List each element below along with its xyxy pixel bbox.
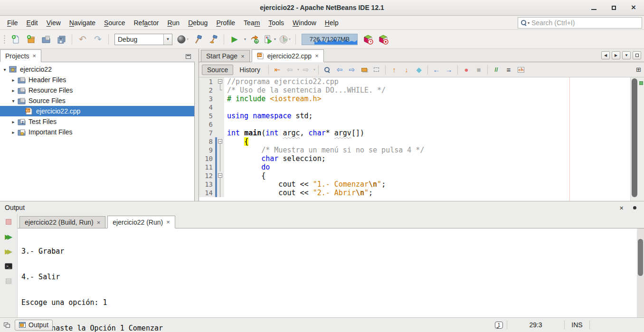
chevron-down-icon[interactable]: ▾ xyxy=(10,98,16,104)
code-line[interactable]: 1−//programa ejercicio22.cpp xyxy=(199,77,630,86)
minimize-panel-icon[interactable] xyxy=(186,54,191,59)
profiler-stop-button[interactable] xyxy=(377,33,390,46)
tab-start-page[interactable]: Start Page × xyxy=(201,50,250,62)
line-number[interactable]: 11 xyxy=(199,163,215,171)
shift-right-button[interactable]: → xyxy=(443,64,455,76)
line-number[interactable]: 3 xyxy=(199,95,215,103)
error-stripe[interactable] xyxy=(638,77,644,201)
menu-run[interactable]: Run xyxy=(163,17,184,28)
fold-margin[interactable]: − xyxy=(217,77,224,86)
output-toggle-button[interactable]: Output xyxy=(15,320,53,331)
run-project-button[interactable]: ▶ xyxy=(228,33,241,46)
fold-margin[interactable] xyxy=(217,189,224,197)
tab-close-icon[interactable]: × xyxy=(315,52,319,59)
tree-item-source-files[interactable]: ▾ Source Files xyxy=(0,95,194,106)
code-line[interactable]: 5using namespace std; xyxy=(199,112,630,120)
line-number[interactable]: 1 xyxy=(199,77,215,86)
panel-menu-dot-icon[interactable] xyxy=(633,206,636,209)
back-button[interactable]: ⇦ xyxy=(284,64,295,76)
tree-item-ejercicio22[interactable]: ▾ ejercicio22 xyxy=(0,64,194,75)
dock-panel-icon[interactable] xyxy=(4,323,10,328)
line-number[interactable]: 5 xyxy=(199,112,215,120)
stop-macro-recording-button[interactable]: ■ xyxy=(473,64,484,76)
rerun-button[interactable]: ▶▶ xyxy=(3,231,14,242)
find-previous-button[interactable]: ⇦ xyxy=(334,64,345,76)
menu-debug[interactable]: Debug xyxy=(184,17,212,28)
code-line[interactable]: 10 char seleccion; xyxy=(199,154,630,163)
memory-meter[interactable]: 726.7/1207MB xyxy=(302,34,358,45)
line-number[interactable]: 2 xyxy=(199,86,215,95)
maximize-window-icon[interactable] xyxy=(633,51,641,59)
undo-button[interactable]: ↶ xyxy=(76,33,89,46)
scroll-tabs-left-icon[interactable]: ◀ xyxy=(601,51,610,59)
history-view-button[interactable]: History xyxy=(234,65,265,75)
stop-run-button[interactable] xyxy=(3,217,14,227)
configuration-combobox[interactable]: Debug ▼ xyxy=(114,34,172,45)
code-line[interactable]: 2/* Uso de la sentencia DO...WHILE. */ xyxy=(199,86,630,95)
code-line[interactable]: 11 do xyxy=(199,163,630,171)
fold-margin[interactable] xyxy=(217,120,224,129)
code-editor[interactable]: 1−//programa ejercicio22.cpp2/* Uso de l… xyxy=(199,77,644,201)
shift-left-button[interactable]: ← xyxy=(431,64,442,76)
minimize-window-icon[interactable] xyxy=(590,4,597,11)
code-text[interactable]: do xyxy=(224,163,270,171)
previous-bookmark-button[interactable]: ↑ xyxy=(388,64,400,76)
editor-scrollbar[interactable] xyxy=(630,77,638,201)
debug-project-button[interactable] xyxy=(248,33,261,46)
code-lines[interactable]: 1−//programa ejercicio22.cpp2/* Uso de l… xyxy=(199,77,630,201)
scroll-tabs-right-icon[interactable]: ▶ xyxy=(612,51,620,59)
next-bookmark-button[interactable]: ↓ xyxy=(401,64,412,76)
fold-margin[interactable] xyxy=(217,154,224,163)
code-text[interactable]: cout << "2.- Abrir\n"; xyxy=(224,189,373,197)
close-window-icon[interactable]: × xyxy=(630,4,637,11)
clear-output-button[interactable]: ▤ xyxy=(3,275,14,286)
output-content[interactable]: 3.- Grabar 4.- Salir Escoge una opción: … xyxy=(18,228,644,317)
code-text[interactable]: int main(int argc, char* argv[]) xyxy=(224,129,364,137)
rectangular-selection-button[interactable] xyxy=(371,64,382,76)
open-project-button[interactable] xyxy=(39,33,53,46)
code-text[interactable]: /* Uso de la sentencia DO...WHILE. */ xyxy=(224,86,386,95)
comment-button[interactable]: // xyxy=(491,64,502,76)
menu-file[interactable]: File xyxy=(3,17,22,28)
code-line[interactable]: 13 cout << "1.- Comenzar\n"; xyxy=(199,180,630,189)
code-line[interactable]: 6 xyxy=(199,120,630,129)
fold-margin[interactable] xyxy=(217,103,224,112)
fold-margin[interactable]: − xyxy=(217,137,224,146)
split-document-icon[interactable]: ⊞ xyxy=(636,66,641,73)
fold-margin[interactable] xyxy=(217,112,224,120)
connect-button[interactable]: ▾ xyxy=(176,33,189,46)
code-text[interactable]: /* Muestra un menú si no se pulsa 4 */ xyxy=(224,146,424,154)
tab-ejercicio22-run[interactable]: ejercicio22 (Run) × xyxy=(107,216,175,228)
restore-window-icon[interactable] xyxy=(610,4,617,11)
tree-item-test-files[interactable]: ▸ T Test Files xyxy=(0,116,194,127)
fold-margin[interactable]: − xyxy=(217,171,224,180)
menu-edit[interactable]: Edit xyxy=(22,17,42,28)
scrollbar-thumb[interactable] xyxy=(638,239,643,276)
find-next-button[interactable]: ⇨ xyxy=(346,64,358,76)
redo-button[interactable]: ↷ xyxy=(91,33,104,46)
code-line[interactable]: 4 xyxy=(199,103,630,112)
fold-margin[interactable] xyxy=(217,129,224,137)
build-project-button[interactable] xyxy=(191,33,205,46)
tab-close-icon[interactable]: × xyxy=(97,219,101,226)
tab-close-icon[interactable]: × xyxy=(166,218,170,226)
code-text[interactable] xyxy=(224,120,227,129)
code-text[interactable]: //programa ejercicio22.cpp xyxy=(224,77,339,86)
last-edit-location-button[interactable]: ⇤ xyxy=(272,64,283,76)
line-number[interactable]: 10 xyxy=(199,154,215,163)
tree-item-resource-files[interactable]: ▸ Resource Files xyxy=(0,85,194,95)
forward-button[interactable]: ⇨ xyxy=(300,64,312,76)
menu-help[interactable]: Help xyxy=(321,17,343,28)
terminal-button[interactable]: >_ xyxy=(3,261,14,271)
line-number[interactable]: 8 xyxy=(199,137,215,146)
code-text[interactable]: # include <iostream.h> xyxy=(224,95,322,103)
clean-build-project-button[interactable] xyxy=(207,33,220,46)
code-text[interactable]: { xyxy=(224,137,248,146)
profiler-snapshot-button[interactable] xyxy=(361,33,375,46)
line-number[interactable]: 12 xyxy=(199,171,215,180)
search-input[interactable] xyxy=(531,19,640,27)
uncomment-button[interactable]: ≡ xyxy=(503,64,514,76)
new-file-button[interactable] xyxy=(9,33,22,46)
line-number[interactable]: 9 xyxy=(199,146,215,154)
chevron-down-icon[interactable]: ▾ xyxy=(2,67,8,72)
